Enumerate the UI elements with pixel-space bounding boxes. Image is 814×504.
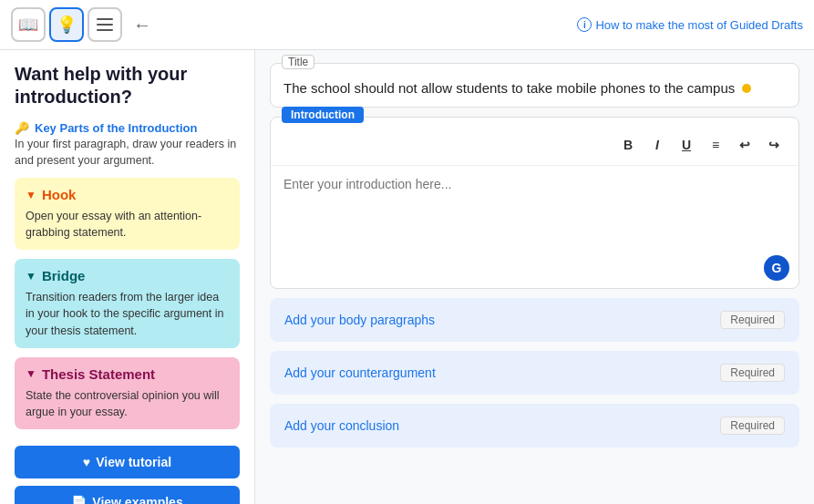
thesis-chevron-icon: ▼: [26, 367, 36, 380]
counterargument-label: Add your counterargument: [284, 365, 436, 380]
sidebar-title: Want help with your introduction?: [15, 63, 240, 108]
italic-button[interactable]: I: [644, 132, 671, 158]
title-label: Title: [282, 55, 314, 69]
yellow-dot-indicator: [742, 84, 751, 93]
intro-label: Introduction: [282, 107, 364, 123]
toolbar-icon-group: 📖 💡 ←: [11, 7, 151, 42]
key-parts-heading: 🔑 Key Parts of the Introduction: [15, 121, 240, 135]
main-layout: Want help with your introduction? 🔑 Key …: [0, 50, 814, 504]
lightbulb-tab-button[interactable]: 💡: [49, 7, 84, 42]
view-tutorial-button[interactable]: ♥ View tutorial: [15, 446, 240, 478]
thesis-body: State the controversial opinion you will…: [26, 387, 229, 420]
thesis-label: Thesis Statement: [42, 366, 155, 382]
sidebar-buttons: ♥ View tutorial 📄 View examples: [15, 438, 240, 504]
back-arrow-icon[interactable]: ←: [133, 15, 151, 36]
body-paragraphs-badge: Required: [720, 311, 785, 329]
key-parts-label: Key Parts of the Introduction: [35, 121, 197, 135]
thesis-card-header: ▼ Thesis Statement: [26, 366, 229, 382]
grammarly-button[interactable]: G: [764, 255, 789, 281]
hook-body: Open your essay with an attention-grabbi…: [26, 208, 229, 241]
svg-rect-0: [97, 18, 113, 20]
right-content: Title The school should not allow studen…: [255, 50, 814, 504]
hook-card-header: ▼ Hook: [26, 187, 229, 202]
svg-rect-2: [97, 29, 113, 31]
grammarly-area: G: [271, 252, 799, 288]
bridge-card-header: ▼ Bridge: [26, 268, 229, 283]
redo-button[interactable]: ↪: [760, 132, 788, 158]
examples-label: View examples: [92, 495, 182, 504]
body-paragraphs-row[interactable]: Add your body paragraphs Required: [270, 298, 799, 342]
info-icon: i: [577, 17, 592, 32]
underline-button[interactable]: U: [673, 132, 700, 158]
book-tab-button[interactable]: 📖: [11, 7, 46, 42]
key-parts-icon: 🔑: [15, 121, 29, 135]
hook-card[interactable]: ▼ Hook Open your essay with an attention…: [15, 178, 240, 250]
key-parts-desc: In your first paragraph, draw your reade…: [15, 137, 240, 169]
examples-icon: 📄: [71, 495, 87, 504]
hook-label: Hook: [42, 187, 77, 202]
list-lines-icon: [97, 17, 113, 32]
body-paragraphs-label: Add your body paragraphs: [284, 313, 435, 327]
help-link-text: How to make the most of Guided Drafts: [595, 18, 803, 32]
list-tab-button[interactable]: [88, 7, 122, 42]
intro-section: Introduction B I U ≡ ↩ ↪ G: [270, 117, 799, 289]
formatting-toolbar: B I U ≡ ↩ ↪: [271, 125, 799, 166]
conclusion-row[interactable]: Add your conclusion Required: [270, 404, 799, 447]
counterargument-badge: Required: [720, 364, 785, 382]
title-content: The school should not allow students to …: [283, 78, 735, 98]
tutorial-icon: ♥: [83, 455, 90, 469]
top-toolbar: 📖 💡 ← i How to make the most of Guided D…: [0, 0, 814, 50]
bridge-label: Bridge: [42, 268, 86, 283]
intro-textarea[interactable]: [271, 166, 799, 248]
list-button[interactable]: ≡: [702, 132, 729, 158]
title-text-area: The school should not allow students to …: [283, 73, 786, 98]
bridge-card[interactable]: ▼ Bridge Transition readers from the lar…: [15, 259, 240, 347]
hook-chevron-icon: ▼: [26, 189, 36, 201]
counterargument-row[interactable]: Add your counterargument Required: [270, 351, 799, 395]
svg-rect-1: [97, 24, 113, 26]
view-examples-button[interactable]: 📄 View examples: [15, 486, 240, 504]
bridge-body: Transition readers from the larger idea …: [26, 289, 229, 338]
undo-button[interactable]: ↩: [731, 132, 758, 158]
help-link[interactable]: i How to make the most of Guided Drafts: [577, 17, 803, 32]
bridge-chevron-icon: ▼: [26, 270, 36, 283]
title-section: Title The school should not allow studen…: [270, 63, 799, 108]
bold-button[interactable]: B: [614, 132, 642, 158]
tutorial-label: View tutorial: [96, 455, 171, 469]
conclusion-badge: Required: [720, 417, 785, 435]
thesis-card[interactable]: ▼ Thesis Statement State the controversi…: [15, 357, 240, 429]
conclusion-label: Add your conclusion: [284, 418, 399, 433]
left-sidebar: Want help with your introduction? 🔑 Key …: [0, 50, 255, 504]
